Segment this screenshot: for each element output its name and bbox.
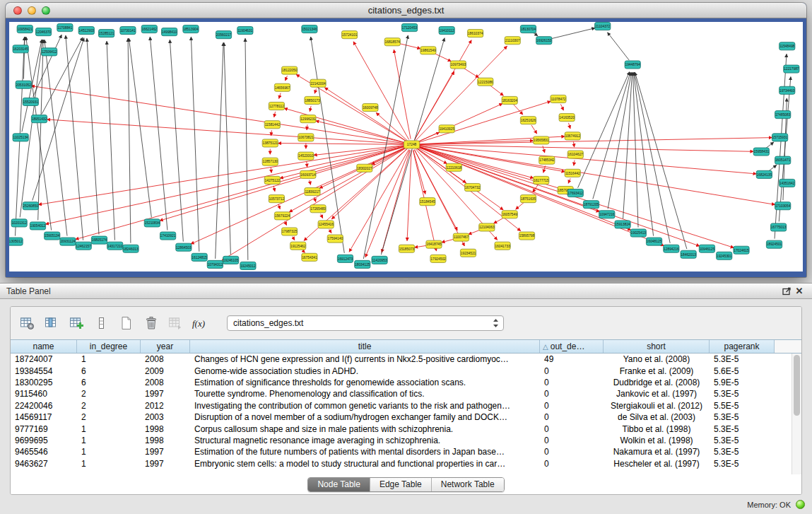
table-cell[interactable]: Structural magnetic resonance image aver… xyxy=(190,436,540,445)
graph-node[interactable]: 16818574 xyxy=(384,38,400,46)
tab-edge-table[interactable]: Edge Table xyxy=(370,478,431,491)
table-row[interactable]: 1872400712008Changes of HCN gene express… xyxy=(11,354,801,365)
graph-node[interactable]: 18122050 xyxy=(281,66,297,74)
column-header-pagerank[interactable]: pagerank xyxy=(710,340,775,353)
graph-edge[interactable] xyxy=(398,43,420,49)
graph-edge[interactable] xyxy=(560,104,563,110)
table-cell[interactable]: Hescheler et al. (1997) xyxy=(604,459,710,469)
table-cell[interactable]: Tibbo et al. (1998) xyxy=(604,424,710,434)
table-cell[interactable]: Franke et al. (2009) xyxy=(604,366,710,376)
graph-node[interactable]: 19565831 xyxy=(534,136,549,144)
graph-edge[interactable] xyxy=(516,202,524,209)
table-cell[interactable]: 2 xyxy=(77,389,141,399)
graph-node[interactable]: 11708841 xyxy=(57,24,73,32)
graph-node[interactable]: 15724101 xyxy=(341,31,357,39)
table-row[interactable]: 977716911998Corpus callosum shape and si… xyxy=(11,423,801,434)
table-cell[interactable]: Nakamura et al. (1997) xyxy=(604,447,710,457)
column-header-out-de[interactable]: △out_de… xyxy=(540,340,604,353)
graph-edge[interactable] xyxy=(413,150,425,194)
graph-edge[interactable] xyxy=(416,46,507,140)
graph-node[interactable]: 14998410 xyxy=(161,28,177,36)
graph-edge[interactable] xyxy=(273,186,275,192)
table-cell[interactable]: 1 xyxy=(77,436,141,445)
graph-node[interactable]: 12215086 xyxy=(478,78,493,86)
new-table-icon[interactable] xyxy=(117,315,135,332)
graph-node[interactable]: 15715931 xyxy=(772,134,787,141)
graph-node[interactable]: 16754341 xyxy=(302,253,317,261)
table-cell[interactable]: 19384554 xyxy=(11,366,77,376)
graph-edge[interactable] xyxy=(608,33,630,60)
table-cell[interactable]: 14569117 xyxy=(11,412,77,422)
graph-node[interactable]: 19410925 xyxy=(439,125,454,133)
delete-table-icon[interactable] xyxy=(141,315,160,332)
graph-edge[interactable] xyxy=(569,123,570,129)
graph-node[interactable]: 12217987 xyxy=(784,65,799,73)
graph-edge[interactable] xyxy=(310,180,311,185)
table-row[interactable]: 2242004622012Investigating the contribut… xyxy=(11,400,801,411)
graph-node[interactable]: 17248 xyxy=(404,141,419,148)
graph-node[interactable]: 16009748 xyxy=(363,103,378,111)
table-row[interactable]: 946362711997Embryonic stem cells: a mode… xyxy=(11,458,801,469)
graph-edge[interactable] xyxy=(574,160,575,166)
graph-node[interactable]: 10947216 xyxy=(599,211,615,218)
graph-node[interactable]: 16041733 xyxy=(495,242,510,250)
graph-node[interactable]: 11904631 xyxy=(237,27,253,35)
table-cell[interactable]: Stergiakouli et al. (2012) xyxy=(604,401,710,411)
column-header-short[interactable]: short xyxy=(604,340,710,353)
graph-edge[interactable] xyxy=(307,124,307,130)
graph-node[interactable]: 12894216 xyxy=(664,245,679,252)
graph-node[interactable]: 25260850 xyxy=(23,202,38,210)
table-row[interactable]: 911546021997Tourette syndrome. Phenomeno… xyxy=(11,388,801,399)
table-cell[interactable]: Changes of HCN gene expression and I(f) … xyxy=(190,354,540,364)
graph-node[interactable]: 17410921 xyxy=(160,232,175,240)
graph-node[interactable]: 18246013 xyxy=(123,245,139,252)
graph-edge[interactable] xyxy=(531,125,537,134)
graph-node[interactable]: 17485342 xyxy=(539,156,555,164)
graph-node[interactable]: 11516442 xyxy=(565,169,580,177)
graph-edge[interactable] xyxy=(307,162,307,168)
graph-edge[interactable] xyxy=(568,178,570,183)
table-cell[interactable]: 18300295 xyxy=(11,378,77,387)
table-cell[interactable]: Disruption of a novel member of a sodium… xyxy=(190,412,540,422)
float-panel-icon[interactable] xyxy=(780,286,793,297)
graph-node[interactable]: 15285121 xyxy=(98,30,114,37)
memory-status-indicator[interactable] xyxy=(796,500,805,509)
graph-node[interactable]: 15185073 xyxy=(399,245,414,252)
graph-edge[interactable] xyxy=(417,146,534,178)
table-cell[interactable]: 1998 xyxy=(141,436,190,445)
graph-node[interactable]: 12857130 xyxy=(262,158,278,165)
table-cell[interactable]: 5.3E-5 xyxy=(710,412,775,422)
graph-node[interactable]: 20531052 xyxy=(16,81,31,88)
graph-edge[interactable] xyxy=(87,38,99,234)
graph-edge[interactable] xyxy=(418,146,775,205)
graph-node[interactable]: 20560217 xyxy=(216,31,231,39)
graph-edge[interactable] xyxy=(490,86,503,96)
graph-edge[interactable] xyxy=(331,148,407,219)
graph-edge[interactable] xyxy=(286,76,288,81)
table-cell[interactable]: Tourette syndrome. Phenomenology and cla… xyxy=(190,389,540,399)
graph-node[interactable]: 18302027 xyxy=(357,164,372,172)
table-cell[interactable]: 1997 xyxy=(141,389,190,399)
table-cell[interactable]: 1 xyxy=(77,424,141,434)
graph-node[interactable]: 16177715 xyxy=(534,176,549,184)
graph-edge[interactable] xyxy=(417,146,700,246)
show-columns-icon[interactable] xyxy=(42,315,61,332)
graph-node[interactable]: 12455416 xyxy=(318,221,334,228)
graph-edge[interactable] xyxy=(278,144,406,145)
graph-node[interactable]: 18163204 xyxy=(502,96,517,104)
graph-node[interactable]: 16051471 xyxy=(775,156,791,164)
table-row[interactable]: 969969511998Structural magnetic resonanc… xyxy=(11,435,801,446)
graph-node[interactable]: 15895798 xyxy=(519,232,534,240)
table-cell[interactable]: Jankovic et al. (1997) xyxy=(604,389,710,399)
graph-edge[interactable] xyxy=(191,147,406,244)
graph-node[interactable]: 18610374 xyxy=(468,30,483,37)
graph-node[interactable]: 17987325 xyxy=(281,228,297,235)
table-row[interactable]: 1938455462009Genome-wide association stu… xyxy=(11,365,801,376)
table-cell[interactable]: 1 xyxy=(77,354,141,364)
graph-node[interactable]: 11305012 xyxy=(9,238,23,245)
graph-edge[interactable] xyxy=(38,146,406,205)
graph-edge[interactable] xyxy=(129,38,151,217)
table-cell[interactable]: 0 xyxy=(540,424,604,434)
graph-edge[interactable] xyxy=(278,204,280,209)
table-cell[interactable]: Dudbridge et al. (2008) xyxy=(604,378,710,387)
